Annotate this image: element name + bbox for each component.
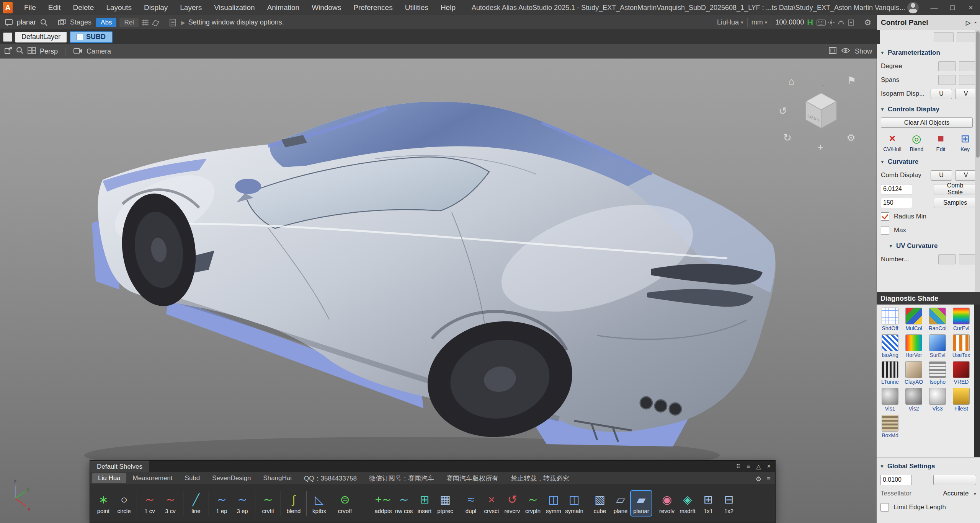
car-model-render[interactable] — [0, 44, 877, 523]
shelf-tab[interactable]: Measurement — [127, 473, 178, 483]
snap-curve-icon[interactable] — [836, 18, 846, 28]
shelves-titlebar[interactable]: Default Shelves ⠿ ≡ △ × — [90, 461, 775, 472]
user-menu[interactable]: LiuHua — [717, 18, 739, 26]
control-display-button[interactable]: × CV/Hull — [882, 132, 903, 152]
clear-all-objects-button[interactable]: Clear All Objects — [881, 117, 973, 128]
menu-item[interactable]: Help — [434, 0, 462, 15]
shelf-tool[interactable]: +∼ addpts — [373, 491, 394, 516]
viewcube-home-icon[interactable]: ⌂ — [785, 75, 798, 88]
shelf-tool[interactable]: ◫ symm — [543, 491, 564, 516]
section-controls-display[interactable]: ▼ Controls Display — [877, 103, 980, 116]
radius-min-checkbox[interactable] — [881, 212, 889, 221]
menu-item[interactable]: File — [18, 0, 42, 15]
comb-scale-button[interactable]: Comb Scale — [934, 184, 977, 194]
shelf-tab[interactable]: SevenDesign — [206, 473, 256, 483]
hotkeys-icon[interactable] — [816, 18, 826, 28]
menu-item[interactable]: Preferences — [347, 0, 399, 15]
stages-label[interactable]: Stages — [70, 18, 91, 26]
shelf-tool[interactable]: ⊜ crvoff — [332, 491, 355, 516]
section-curvature[interactable]: ▼ Curvature — [877, 155, 980, 168]
control-display-button[interactable]: ■ Edit — [930, 132, 952, 152]
section-parameterization[interactable]: ▼ Parameterization — [877, 46, 980, 59]
shelf-tool[interactable]: ◉ revolv — [654, 491, 677, 516]
menu-item[interactable]: Layers — [174, 0, 208, 15]
view-name-label[interactable]: Persp — [40, 47, 58, 55]
layer-stack-icon[interactable] — [3, 33, 12, 42]
shade-mode-button[interactable]: ClayAO — [902, 360, 926, 386]
shelf-tool[interactable]: ⊟ 1x2 — [719, 491, 739, 516]
minimize-button[interactable]: — — [925, 0, 943, 15]
construction-plane-icon[interactable] — [150, 18, 160, 28]
orbit-left-icon[interactable]: ↺ — [776, 104, 789, 117]
samples-input[interactable] — [881, 198, 912, 208]
snap-point-icon[interactable] — [846, 18, 856, 28]
shelf-tool[interactable]: ╱ line — [183, 491, 206, 516]
panel-close-icon[interactable]: ▪ — [974, 19, 977, 26]
history-toggle[interactable]: H — [807, 18, 813, 28]
shade-mode-button[interactable]: MulCol — [902, 307, 926, 332]
gear-icon[interactable]: ⚙ — [864, 18, 871, 27]
menu-item[interactable]: Delete — [67, 0, 100, 15]
radius-max-checkbox[interactable] — [881, 226, 889, 235]
zoom-value[interactable]: 100.0000 — [775, 18, 804, 26]
user-avatar-icon[interactable] — [907, 2, 919, 13]
diagnostic-shade-scrollbar[interactable] — [974, 305, 980, 458]
shelf-tool[interactable]: ▱ plane — [610, 491, 631, 516]
shade-mode-button[interactable]: RanCol — [926, 307, 949, 332]
viewcube-back-face-label[interactable]: BACK — [822, 85, 836, 87]
shade-mode-button[interactable]: SurEvl — [926, 334, 949, 359]
shelf-menu-icon[interactable]: ≡ — [767, 475, 771, 483]
section-uv-curvature[interactable]: ▼ UV Curvature — [877, 240, 980, 253]
panel-detach-icon[interactable]: ▷ — [966, 19, 970, 26]
shelf-options-gear-icon[interactable]: ⚙ — [756, 475, 761, 483]
frame-icon[interactable] — [829, 47, 836, 56]
shelf-tab[interactable]: 赛闻汽车版权所有 — [441, 473, 504, 483]
isoparm-u-button[interactable]: U — [931, 89, 952, 99]
shelf-tool[interactable]: ∫ blend — [281, 491, 304, 516]
shelf-tab[interactable]: Liu Hua — [92, 473, 126, 483]
zoom-plus-icon[interactable]: + — [814, 140, 827, 153]
panel-scrollbar[interactable] — [975, 30, 980, 306]
section-global-settings[interactable]: ▼ Global Settings — [877, 460, 980, 473]
shade-mode-button[interactable]: ShdOff — [878, 307, 902, 332]
close-button[interactable]: × — [962, 0, 980, 15]
construction-grid-icon[interactable] — [140, 18, 150, 28]
scrollbar-thumb[interactable] — [976, 31, 980, 158]
shelf-tool[interactable]: ⊞ 1x1 — [698, 491, 719, 516]
menu-item[interactable]: Utilities — [399, 0, 434, 15]
menu-item[interactable]: Display — [138, 0, 174, 15]
rel-toggle[interactable]: Rel — [119, 18, 139, 27]
maximize-button[interactable]: □ — [943, 0, 962, 15]
search-icon[interactable] — [39, 18, 49, 28]
layout-quad-icon[interactable] — [28, 47, 36, 56]
layer-tab-subd[interactable]: SUBD — [70, 31, 113, 43]
shelf-tool[interactable]: ∼ crvpln — [523, 491, 543, 516]
show-menu-label[interactable]: Show — [855, 47, 872, 55]
shelf-tool[interactable]: ∼ crvfil — [255, 491, 278, 516]
shade-mode-button[interactable]: Isopho — [926, 360, 949, 386]
menu-item[interactable]: Visualization — [208, 0, 261, 15]
grip-icon[interactable]: ⠿ — [736, 463, 740, 470]
shelf-tab[interactable]: ShangHai — [257, 473, 297, 483]
shade-mode-button[interactable]: BoxMd — [878, 414, 902, 439]
menu-item[interactable]: Windows — [305, 0, 347, 15]
shade-mode-button[interactable]: UseTex — [949, 334, 973, 359]
viewcube-settings-icon[interactable]: ⚙ — [844, 131, 858, 144]
shelf-tool[interactable]: ↺ revcrv — [502, 491, 523, 516]
shade-mode-button[interactable]: Vis1 — [878, 387, 902, 412]
tolerance-button[interactable] — [933, 475, 976, 485]
shelf-tool[interactable]: ▦ ptprec — [435, 491, 456, 516]
shelf-tab[interactable]: QQ：3584433758 — [298, 473, 363, 483]
shade-mode-button[interactable]: IsoAng — [878, 334, 902, 359]
new-window-icon[interactable] — [5, 47, 12, 56]
control-display-button[interactable]: ◎ Blend — [906, 132, 927, 152]
shelf-tool[interactable]: ∼ 3 cv — [160, 491, 181, 516]
shelf-tab[interactable]: 微信订阅号：赛闻汽车 — [363, 473, 440, 483]
shelves-window-title[interactable]: Default Shelves — [90, 461, 149, 472]
shelf-tool[interactable]: ≈ dupl — [458, 491, 481, 516]
camera-label[interactable]: Camera — [87, 47, 111, 55]
shelf-tool[interactable]: ∗ point — [93, 491, 114, 516]
tessellator-select[interactable]: Accurate ▾ — [943, 490, 976, 497]
comb-u-button[interactable]: U — [931, 170, 952, 181]
shelf-tool[interactable]: × crvsct — [481, 491, 502, 516]
